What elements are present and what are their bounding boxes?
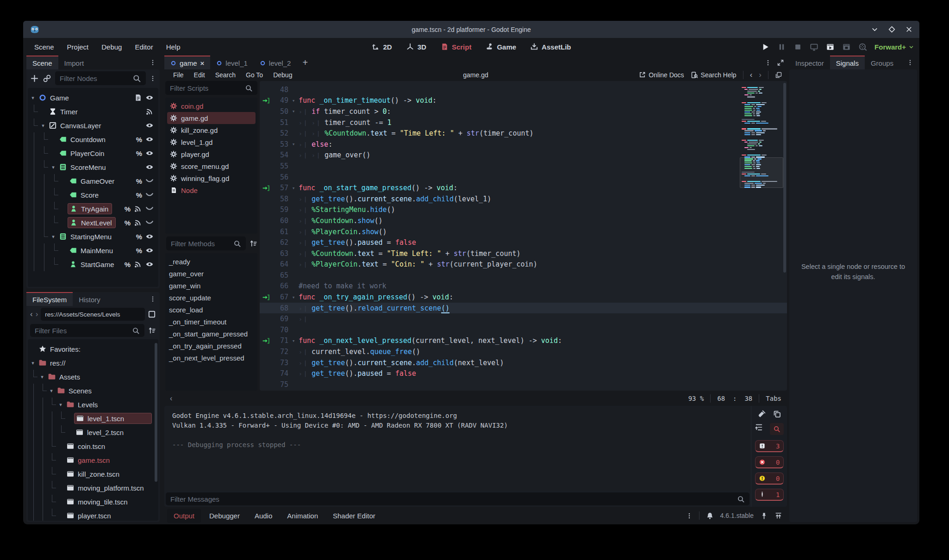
unique-name-icon[interactable]: % (136, 149, 142, 157)
method-item-_ready[interactable]: _ready (169, 255, 254, 268)
collapse-arrow-icon[interactable]: ▾ (49, 234, 57, 240)
code-line-66[interactable]: 66 #need to make it work (260, 281, 787, 292)
fold-arrow-icon[interactable]: ▾ (288, 294, 299, 300)
window-maximize-icon[interactable] (888, 25, 896, 33)
script-item-player.gd[interactable]: player.gd (167, 148, 256, 160)
bottom-menu-dots-icon[interactable] (686, 512, 693, 520)
fold-arrow-icon[interactable]: ▾ (288, 185, 299, 191)
add-node-button[interactable] (30, 74, 39, 83)
workspace-2d[interactable]: 2D (372, 43, 392, 51)
fs-item-moving_tile.tscn[interactable]: moving_tile.tscn (29, 495, 157, 509)
play-scene-button[interactable] (826, 43, 835, 51)
collapse-arrow-icon[interactable]: ▾ (29, 95, 37, 101)
filter-nodes-input[interactable]: Filter Nodes (55, 71, 146, 85)
unique-name-icon[interactable]: % (136, 177, 142, 185)
play-button[interactable] (761, 43, 770, 51)
filter-methods-input[interactable]: Filter Methods (166, 236, 246, 250)
script-menu-debug[interactable]: Debug (269, 70, 296, 80)
unique-name-icon[interactable]: % (125, 219, 131, 227)
indent-type[interactable]: Tabs (766, 395, 781, 402)
caret-position[interactable]: 68 : 38 (717, 395, 752, 402)
sort-methods-icon[interactable] (250, 240, 257, 248)
script-menu-search[interactable]: Search (211, 70, 240, 80)
code-line-55[interactable]: 55 (260, 161, 787, 172)
window-close-icon[interactable] (905, 25, 913, 33)
scene-node-NextLevel[interactable]: NextLevel % (29, 216, 157, 230)
fs-item-Favorites[interactable]: Favorites: (29, 342, 157, 356)
code-line-62[interactable]: 62 ›|get_tree().paused = false (260, 237, 787, 248)
visibility-eye-icon[interactable] (145, 135, 154, 143)
bottom-tab-output[interactable]: Output (167, 509, 201, 523)
dock-tab-groups[interactable]: Groups (865, 56, 899, 69)
visibility-eye-icon[interactable] (145, 232, 154, 241)
fs-item-moving_platform.tscn[interactable]: moving_platform.tscn (29, 481, 157, 495)
message-count-pencil[interactable]: 1 (755, 489, 784, 501)
dock-tab-scene[interactable]: Scene (26, 56, 58, 69)
code-line-64[interactable]: 64 ›|%PlayerCoin.text = "Coin: " + str(c… (260, 259, 787, 270)
code-scrollbar[interactable] (783, 83, 786, 389)
code-line-75[interactable]: 75 (260, 379, 787, 390)
signal-connection-icon[interactable] (134, 260, 142, 268)
scene-tab-level_1[interactable]: level_1 (210, 56, 254, 69)
menu-project[interactable]: Project (62, 41, 94, 53)
code-line-58[interactable]: 58 ›|get_tree().current_scene.add_child(… (260, 193, 787, 205)
fs-item-level_1.tscn[interactable]: level_1.tscn (29, 411, 157, 425)
bottom-tab-shader-editor[interactable]: Shader Editor (326, 509, 382, 523)
stop-button[interactable] (793, 43, 802, 51)
scene-tab-game[interactable]: game × (164, 56, 210, 69)
expand-bottom-panel-icon[interactable] (774, 512, 782, 520)
code-line-67[interactable]: 67 ▾ func _on_try_again_pressed() -> voi… (260, 292, 787, 303)
scene-node-Countdown[interactable]: Countdown % (29, 132, 157, 146)
dock-tab-import[interactable]: Import (58, 56, 90, 69)
workspace-3d[interactable]: 3D (406, 43, 426, 51)
message-count-errc[interactable]: 0 (755, 456, 784, 468)
method-item-game_win[interactable]: game_win (169, 280, 254, 292)
code-line-72[interactable]: 72 ›|current_level.queue_free() (260, 346, 787, 357)
visibility-hidden-eye-icon[interactable] (145, 177, 154, 185)
unique-name-icon[interactable]: % (125, 261, 131, 268)
menu-debug[interactable]: Debug (97, 41, 126, 53)
pin-bottom-panel-icon[interactable] (760, 512, 768, 520)
workspace-script[interactable]: Script (440, 43, 472, 51)
unique-name-icon[interactable]: % (136, 136, 142, 143)
right-dock-tabs-menu-icon[interactable] (903, 56, 917, 69)
menu-help[interactable]: Help (162, 41, 185, 53)
filter-messages-input[interactable]: Filter Messages (166, 492, 749, 505)
window-minimize-icon[interactable] (871, 25, 879, 33)
clear-output-icon[interactable] (757, 410, 766, 418)
version-label[interactable]: 4.6.1.stable (720, 512, 754, 519)
collapse-arrow-icon[interactable]: ▾ (29, 360, 37, 366)
method-item-game_over[interactable]: game_over (169, 268, 254, 280)
code-line-60[interactable]: 60 ›|%Countdown.show() (260, 215, 787, 226)
history-back-button[interactable]: ‹ (750, 70, 753, 80)
scene-tab-level_2[interactable]: level_2 (254, 56, 297, 69)
fs-item-res[interactable]: ▾ res:// (29, 356, 157, 370)
visibility-hidden-eye-icon[interactable] (145, 218, 154, 227)
fs-item-coin.tscn[interactable]: coin.tscn (29, 439, 157, 453)
scene-node-Score[interactable]: Score % (29, 188, 157, 202)
visibility-hidden-eye-icon[interactable] (145, 205, 154, 213)
code-line-51[interactable]: 51 ›|›|timer_count -= 1 (260, 117, 787, 128)
fs-item-Assets[interactable]: ▾ Assets (29, 370, 157, 384)
code-line-48[interactable]: 48 (260, 84, 787, 95)
bottom-tab-audio[interactable]: Audio (248, 509, 279, 523)
method-item-_on_next_level_pressed[interactable]: _on_next_level_pressed (169, 352, 254, 364)
code-line-73[interactable]: 73 ›|get_tree().current_scene.add_child(… (260, 357, 787, 368)
collapse-messages-icon[interactable] (755, 423, 763, 432)
code-line-49[interactable]: 49 ▾ func _on_timer_timeout() -> void: (260, 95, 787, 106)
scene-node-GameOver[interactable]: GameOver % (29, 174, 157, 188)
remote-debug-button[interactable] (810, 43, 818, 51)
code-line-61[interactable]: 61 ›|%PlayerCoin.show() (260, 226, 787, 237)
nav-back-button[interactable]: ‹ (30, 310, 33, 319)
menu-scene[interactable]: Scene (30, 41, 59, 53)
search-help-button[interactable]: Search Help (691, 71, 737, 79)
sort-files-icon[interactable] (148, 327, 156, 335)
scene-node-Timer[interactable]: Timer (29, 105, 157, 118)
fs-item-Scenes[interactable]: ▾ Scenes (29, 384, 157, 398)
collapse-arrow-icon[interactable]: ▾ (38, 374, 46, 380)
expand-editor-icon[interactable] (777, 59, 784, 67)
scene-menu-dots-icon[interactable] (150, 74, 156, 83)
code-line-71[interactable]: 71 ▾ func _on_next_level_pressed(current… (260, 336, 787, 347)
dock-tabs-menu-icon[interactable] (146, 56, 160, 69)
online-docs-button[interactable]: Online Docs (639, 71, 684, 79)
